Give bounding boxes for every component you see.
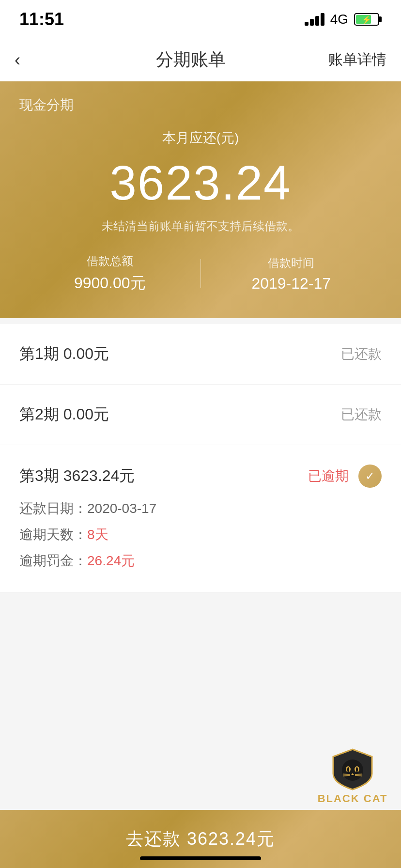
overdue-days-label: 逾期天数： — [19, 526, 87, 544]
overdue-fine-value: 26.24元 — [87, 552, 135, 570]
battery-icon: ⚡ — [354, 13, 382, 26]
svg-point-5 — [347, 767, 349, 772]
loan-info: 借款总额 9900.00元 借款时间 2019-12-17 — [19, 253, 382, 294]
loan-total-label: 借款总额 — [19, 253, 200, 269]
svg-point-6 — [356, 767, 358, 772]
back-button[interactable]: ‹ — [15, 50, 53, 70]
detail-button[interactable]: 账单详情 — [328, 50, 386, 70]
page-title: 分期账单 — [156, 48, 226, 72]
black-cat-watermark: BLACK CAT — [304, 732, 401, 805]
status-icons: 4G ⚡ — [305, 12, 382, 27]
status-1: 已还款 — [341, 345, 382, 363]
installment-3-detail: 还款日期：2020-03-17 逾期天数： 8天 逾期罚金： 26.24元 — [19, 499, 382, 578]
signal-icon — [305, 13, 324, 26]
pay-button-label[interactable]: 去还款 3623.24元 — [126, 827, 275, 851]
loan-date-label: 借款时间 — [201, 255, 382, 271]
black-cat-text: BLACK CAT — [318, 792, 388, 805]
section-label: 现金分期 — [19, 96, 382, 114]
overdue-fine-label: 逾期罚金： — [19, 552, 87, 570]
header-card: 现金分期 本月应还(元) 3623.24 未结清当前账单前暂不支持后续借款。 借… — [0, 81, 401, 318]
status-2: 已还款 — [341, 405, 382, 424]
row-3-right: 已逾期 ✓ — [308, 465, 382, 488]
svg-line-11 — [355, 775, 362, 776]
overdue-days-row: 逾期天数： 8天 — [19, 526, 382, 544]
overdue-check-icon: ✓ — [358, 465, 382, 488]
repay-date-text: 还款日期：2020-03-17 — [19, 499, 156, 518]
period-1: 第1期 0.00元 — [19, 343, 109, 365]
status-time: 11:51 — [19, 9, 64, 30]
nav-bar: ‹ 分期账单 账单详情 — [0, 39, 401, 81]
loan-total-item: 借款总额 9900.00元 — [19, 253, 200, 294]
overdue-days-value: 8天 — [87, 526, 108, 544]
svg-line-8 — [343, 774, 350, 775]
installment-row-2[interactable]: 第2期 0.00元 已还款 — [0, 385, 401, 445]
status-3: 已逾期 — [308, 467, 349, 485]
main-amount: 3623.24 — [19, 155, 382, 211]
loan-date-item: 借款时间 2019-12-17 — [201, 255, 382, 293]
loan-total-value: 9900.00元 — [19, 273, 200, 294]
installment-list: 第1期 0.00元 已还款 第2期 0.00元 已还款 第3期 3623.24元… — [0, 324, 401, 593]
black-cat-logo-icon — [326, 747, 379, 790]
installment-row-1[interactable]: 第1期 0.00元 已还款 — [0, 324, 401, 385]
period-2: 第2期 0.00元 — [19, 404, 109, 425]
amount-notice: 未结清当前账单前暂不支持后续借款。 — [19, 218, 382, 234]
period-3: 第3期 3623.24元 — [19, 465, 135, 487]
installment-row-3[interactable]: 第3期 3623.24元 已逾期 ✓ 还款日期：2020-03-17 逾期天数：… — [0, 445, 401, 593]
repay-date-row: 还款日期：2020-03-17 — [19, 499, 382, 518]
network-label: 4G — [330, 12, 348, 27]
overdue-fine-row: 逾期罚金： 26.24元 — [19, 552, 382, 570]
svg-point-0 — [342, 760, 363, 781]
installment-row-3-header: 第3期 3623.24元 已逾期 ✓ — [19, 465, 382, 488]
home-indicator — [140, 856, 261, 860]
svg-line-9 — [343, 775, 350, 776]
amount-label: 本月应还(元) — [19, 129, 382, 147]
status-bar: 11:51 4G ⚡ — [0, 0, 401, 39]
loan-date-value: 2019-12-17 — [201, 275, 382, 293]
svg-line-10 — [355, 774, 362, 775]
